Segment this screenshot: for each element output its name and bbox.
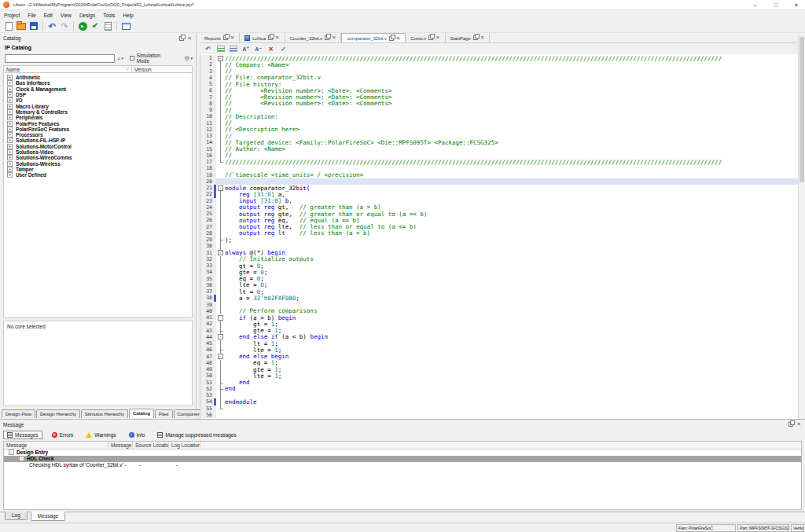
tree-item-solutions-motorcontrol[interactable]: +Solutions-MotorControl: [4, 144, 192, 149]
expand-icon[interactable]: +: [7, 121, 13, 127]
tree-item-i-o[interactable]: +I/O: [4, 97, 192, 103]
column-log-location[interactable]: Log Location: [169, 442, 200, 449]
collapse-icon[interactable]: -: [19, 456, 24, 461]
fold-toggle-icon[interactable]: -: [218, 315, 223, 321]
expand-icon[interactable]: +: [7, 115, 13, 120]
undo-button[interactable]: ↶: [203, 44, 213, 53]
tab-comparator-32bit-v[interactable]: comparator_32bit.v✕: [341, 33, 406, 42]
column-version[interactable]: Version: [132, 66, 192, 72]
expand-icon[interactable]: +: [7, 161, 13, 167]
code-editor[interactable]: 1-//////////////////////////////////////…: [200, 54, 805, 419]
float-window-button[interactable]: [119, 20, 132, 32]
simulation-mode-checkbox[interactable]: [130, 56, 134, 61]
expand-icon[interactable]: +: [7, 109, 13, 115]
fold-toggle-icon[interactable]: -: [218, 250, 223, 255]
fold-toggle-icon[interactable]: -: [218, 354, 223, 359]
menu-tools[interactable]: Tools: [99, 13, 119, 18]
gear-icon[interactable]: ⚙: [184, 55, 189, 62]
expand-icon[interactable]: +: [7, 97, 13, 103]
float-tab-icon[interactable]: [268, 35, 273, 40]
uncomment-button[interactable]: [228, 44, 238, 53]
maximize-button[interactable]: □: [770, 2, 781, 8]
expand-icon[interactable]: +: [7, 75, 13, 80]
tab-log[interactable]: Log: [5, 512, 28, 520]
menu-design[interactable]: Design: [75, 13, 99, 18]
column-name[interactable]: Name∕: [4, 66, 132, 72]
new-file-button[interactable]: [2, 20, 15, 32]
column-message[interactable]: Message: [4, 442, 108, 449]
close-button[interactable]: ✕: [791, 2, 802, 9]
expand-icon[interactable]: +: [7, 138, 13, 143]
expand-icon[interactable]: +: [7, 132, 13, 138]
filter-manage-suppressed-messages[interactable]: Manage suppressed messages: [154, 431, 239, 439]
expand-icon[interactable]: +: [7, 144, 13, 149]
close-tab-icon[interactable]: ✕: [275, 35, 279, 40]
menu-view[interactable]: View: [57, 13, 75, 18]
tab-reports[interactable]: Reports✕: [200, 33, 240, 42]
tab-files[interactable]: Files: [155, 409, 173, 418]
menu-project[interactable]: Project: [0, 13, 24, 18]
open-button[interactable]: [15, 20, 28, 32]
report-button[interactable]: [101, 20, 114, 32]
comment-button[interactable]: [215, 44, 226, 53]
tree-item-solutions-video[interactable]: +Solutions-Video: [4, 149, 192, 155]
float-tab-icon[interactable]: [325, 35, 329, 40]
tree-item-polarfiresoc-features[interactable]: +PolarFireSoC Features: [4, 127, 192, 132]
decrease-font-button[interactable]: A⁻: [253, 44, 263, 53]
tree-item-user-defined[interactable]: +User Defined: [4, 172, 192, 178]
tab-message[interactable]: Message: [31, 512, 65, 521]
minimize-button[interactable]: –: [750, 2, 761, 8]
tree-item-solutions-wireless[interactable]: +Solutions-Wireless: [4, 160, 192, 166]
clear-button[interactable]: ✕: [266, 44, 276, 53]
redo-button[interactable]: ↷: [58, 20, 71, 32]
close-panel-icon[interactable]: ✕: [188, 36, 192, 41]
close-tab-icon[interactable]: ✕: [396, 36, 400, 41]
tree-item-peripherals[interactable]: +Peripherals: [4, 115, 192, 120]
expand-icon[interactable]: +: [7, 86, 13, 92]
expand-icon[interactable]: +: [7, 149, 13, 155]
float-tab-icon[interactable]: [428, 35, 433, 40]
message-row[interactable]: -Design Entry: [4, 449, 801, 456]
menu-help[interactable]: Help: [119, 13, 137, 18]
tree-item-dsp[interactable]: +DSP: [4, 92, 192, 97]
expand-icon[interactable]: +: [7, 167, 13, 172]
tree-item-solutions-wiredcomms[interactable]: +Solutions-WiredComms: [4, 155, 192, 160]
vertical-scrollbar[interactable]: [798, 33, 805, 419]
close-tab-icon[interactable]: ✕: [480, 35, 484, 40]
menu-file[interactable]: File: [24, 13, 39, 18]
float-tab-icon[interactable]: [223, 35, 228, 40]
simulation-mode-toggle[interactable]: Simulation Mode: [130, 53, 173, 64]
expand-icon[interactable]: +: [7, 80, 13, 86]
search-dropdown-icon[interactable]: ▾: [121, 56, 123, 61]
close-tab-icon[interactable]: ✕: [436, 35, 439, 40]
float-panel-icon[interactable]: [788, 422, 793, 427]
check-design-button[interactable]: ✔: [89, 20, 101, 32]
expand-icon[interactable]: +: [7, 92, 13, 97]
tree-item-macro-library[interactable]: +Macro Library: [4, 103, 192, 108]
message-row[interactable]: Checking HDL syntax of 'Counter_32bit.v'…: [4, 462, 801, 468]
expand-icon[interactable]: +: [7, 155, 13, 160]
menu-edit[interactable]: Edit: [40, 13, 57, 18]
tree-item-polarfire-features[interactable]: +PolarFire Features: [4, 120, 192, 126]
tree-item-tamper[interactable]: +Tamper: [4, 167, 192, 172]
fold-toggle-icon[interactable]: -: [218, 185, 223, 191]
expand-icon[interactable]: +: [7, 104, 13, 109]
tab-design-hierarchy[interactable]: Design Hierarchy: [36, 409, 80, 418]
tree-item-clock-management[interactable]: +Clock & Management: [4, 86, 192, 92]
tab-stimulus-hierarchy[interactable]: Stimulus Hierarchy: [81, 409, 128, 418]
float-tab-icon[interactable]: [473, 35, 478, 40]
tree-item-solutions-fil-hsp-ip[interactable]: +Solutions-FIL-HSP-IP: [4, 138, 192, 143]
float-tab-icon[interactable]: [389, 36, 394, 41]
message-row[interactable]: -HDL Check: [4, 456, 801, 462]
tree-item-memory-controllers[interactable]: +Memory & Controllers: [4, 109, 192, 115]
fold-toggle-icon[interactable]: -: [218, 334, 223, 339]
float-panel-icon[interactable]: [179, 36, 184, 41]
save-button[interactable]: [28, 20, 40, 32]
close-tab-icon[interactable]: ✕: [332, 35, 336, 40]
undo-button[interactable]: ↶: [46, 20, 58, 32]
increase-font-button[interactable]: A⁺: [241, 44, 251, 53]
gear-dropdown-icon[interactable]: ▾: [190, 56, 193, 61]
check-hdl-button[interactable]: ✓: [278, 44, 289, 53]
tab-design-flow[interactable]: Design Flow: [2, 409, 35, 418]
filter-info[interactable]: iInfo: [126, 431, 149, 439]
